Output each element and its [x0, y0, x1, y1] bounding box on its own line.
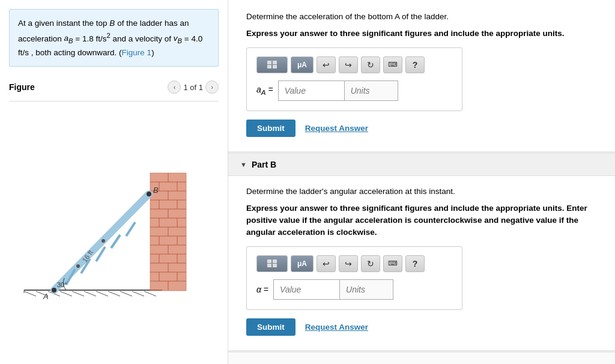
part-a-fraction-button[interactable]: [256, 56, 288, 73]
part-a-question: Determine the acceleration of the bottom…: [246, 11, 597, 23]
figure-prev-button[interactable]: ‹: [168, 80, 181, 94]
ladder-diagram: B A 16 ft 30°: [18, 170, 210, 302]
part-a-actions: Submit Request Answer: [246, 120, 597, 137]
part-b-refresh-button[interactable]: ↻: [361, 255, 380, 272]
part-b-submit-button[interactable]: Submit: [246, 318, 295, 336]
part-b-label-sym: α =: [256, 285, 268, 294]
part-b-redo-button[interactable]: ↪: [339, 255, 358, 272]
part-a-units-input[interactable]: [344, 80, 398, 101]
part-a-section: Determine the acceleration of the bottom…: [228, 0, 615, 154]
part-b-undo-button[interactable]: ↩: [317, 255, 336, 272]
part-b-help-button[interactable]: ?: [405, 255, 425, 272]
svg-text:A: A: [43, 292, 49, 301]
svg-line-12: [144, 291, 156, 296]
svg-line-5: [60, 291, 72, 296]
part-b-mu-button[interactable]: μΑ: [291, 255, 314, 272]
svg-line-50: [111, 235, 120, 248]
collapse-icon: ▼: [240, 161, 247, 168]
part-a-input-row: aA =: [256, 80, 452, 101]
part-b-question: Determine the ladder's angular accelerat…: [246, 186, 597, 198]
figure-link[interactable]: Figure 1: [122, 48, 152, 57]
svg-line-10: [120, 291, 132, 296]
part-b-input-row: α =: [256, 279, 452, 300]
part-a-label: aA =: [256, 85, 273, 96]
part-b-toolbar: μΑ ↩ ↪ ↻ ⌨ ?: [256, 255, 452, 272]
part-b-instruction: Express your answer to three significant…: [246, 202, 597, 239]
part-a-refresh-button[interactable]: ↻: [361, 56, 380, 73]
figure-image: B A 16 ft 30°: [9, 102, 219, 364]
svg-line-46: [54, 194, 149, 290]
part-b-label: Part B: [252, 160, 276, 169]
part-a-help-button[interactable]: ?: [405, 56, 425, 73]
figure-next-button[interactable]: ›: [205, 80, 219, 94]
part-a-keyboard-button[interactable]: ⌨: [383, 56, 402, 73]
figure-page-indicator: 1 of 1: [183, 83, 203, 92]
problem-description: At a given instant the top B of the ladd…: [9, 9, 219, 67]
part-a-undo-button[interactable]: ↩: [317, 56, 336, 73]
svg-point-52: [52, 288, 56, 293]
svg-line-7: [84, 291, 96, 296]
part-b-value-input[interactable]: [273, 279, 339, 300]
svg-text:30°: 30°: [57, 281, 67, 288]
svg-line-9: [108, 291, 120, 296]
part-b-units-input[interactable]: [339, 279, 393, 300]
part-a-answer-box: μΑ ↩ ↪ ↻ ⌨ ? aA =: [246, 47, 462, 111]
svg-line-8: [96, 291, 108, 296]
part-a-toolbar: μΑ ↩ ↪ ↻ ⌨ ?: [256, 56, 452, 73]
svg-text:B: B: [153, 186, 159, 195]
part-a-redo-button[interactable]: ↪: [339, 56, 358, 73]
svg-line-2: [24, 291, 36, 296]
part-a-request-answer-link[interactable]: Request Answer: [305, 124, 368, 133]
svg-point-59: [76, 264, 80, 268]
part-b-header[interactable]: ▼ Part B: [228, 154, 615, 176]
svg-line-11: [132, 291, 144, 296]
part-a-mu-button[interactable]: μΑ: [291, 56, 314, 73]
part-a-instruction: Express your answer to three significant…: [246, 28, 597, 40]
part-a-value-input[interactable]: [278, 80, 344, 101]
part-b-keyboard-button[interactable]: ⌨: [383, 255, 402, 272]
part-b-actions: Submit Request Answer: [246, 318, 597, 336]
part-b-answer-box: μΑ ↩ ↪ ↻ ⌨ ? α =: [246, 246, 462, 310]
svg-line-51: [126, 222, 135, 236]
part-b-fraction-button[interactable]: [256, 255, 288, 272]
figure-section: Figure ‹ 1 of 1 ›: [0, 76, 228, 364]
svg-point-53: [147, 192, 151, 196]
svg-point-58: [101, 239, 105, 243]
right-panel: Determine the acceleration of the bottom…: [228, 0, 615, 364]
figure-header: Figure ‹ 1 of 1 ›: [9, 76, 219, 102]
figure-navigation: ‹ 1 of 1 ›: [168, 80, 219, 94]
part-b-request-answer-link[interactable]: Request Answer: [305, 323, 368, 332]
figure-title: Figure: [9, 82, 35, 92]
left-panel: At a given instant the top B of the ladd…: [0, 0, 228, 364]
part-b-section: ▼ Part B Determine the ladder's angular …: [228, 154, 615, 353]
part-a-submit-button[interactable]: Submit: [246, 120, 295, 137]
svg-line-6: [72, 291, 84, 296]
